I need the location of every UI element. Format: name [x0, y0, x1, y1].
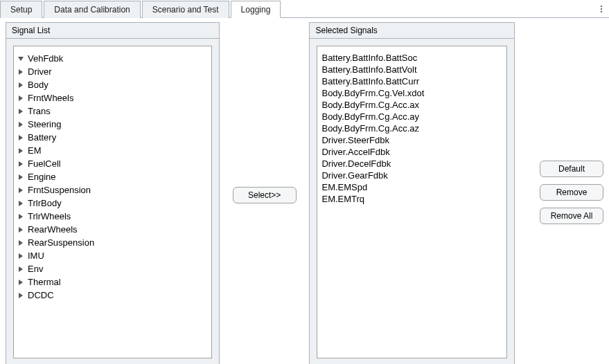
tab-label: Setup: [10, 5, 32, 15]
selected-signals-list: Battery.BattInfo.BattSocBattery.BattInfo…: [321, 52, 502, 205]
chevron-right-icon[interactable]: [18, 122, 24, 127]
chevron-right-icon[interactable]: [18, 293, 24, 298]
tree-node-label: RearWheels: [28, 224, 78, 235]
list-item[interactable]: Driver.SteerFdbk: [321, 134, 502, 146]
tab-bar-actions: [594, 0, 609, 17]
tree-node[interactable]: RearSuspension: [18, 236, 207, 249]
tree-node-label: Battery: [28, 132, 56, 143]
signal-list-panel: Signal List VehFdbk DriverBodyFrntWheels…: [6, 22, 220, 364]
tree-node[interactable]: RearWheels: [18, 223, 207, 236]
tree-node[interactable]: Env: [18, 262, 207, 275]
list-item[interactable]: Body.BdyFrm.Cg.Acc.ay: [321, 111, 502, 122]
tree-node[interactable]: FuelCell: [18, 157, 207, 170]
tree-node-label: Thermal: [28, 277, 61, 287]
tree-node[interactable]: Trans: [18, 104, 207, 118]
tree-node[interactable]: Body: [18, 78, 207, 91]
chevron-right-icon[interactable]: [18, 227, 24, 233]
kebab-menu-icon[interactable]: [598, 6, 605, 12]
button-label: Select>>: [248, 190, 281, 200]
tab-setup[interactable]: Setup: [0, 1, 42, 18]
list-item[interactable]: EM.EMSpd: [321, 181, 502, 193]
remove-button[interactable]: Remove: [540, 184, 603, 201]
chevron-right-icon[interactable]: [18, 109, 24, 114]
tree-node[interactable]: Battery: [18, 131, 207, 144]
select-button[interactable]: Select>>: [233, 187, 297, 203]
list-item[interactable]: Driver.GearFdbk: [321, 170, 502, 181]
chevron-down-icon[interactable]: [18, 56, 24, 62]
action-column: Default Remove Remove All: [520, 22, 603, 224]
tree-node-label: EM: [28, 145, 42, 156]
remove-all-button[interactable]: Remove All: [540, 208, 603, 224]
tree-node[interactable]: DCDC: [18, 289, 207, 302]
tree-node[interactable]: TrlrWheels: [18, 210, 207, 223]
tree-node[interactable]: FrntWheels: [18, 91, 207, 104]
chevron-right-icon[interactable]: [18, 174, 24, 180]
tab-data-and-calibration[interactable]: Data and Calibration: [44, 1, 140, 18]
list-item[interactable]: Body.BdyFrm.Cg.Vel.xdot: [321, 87, 502, 99]
tree-node-label: Env: [28, 264, 43, 274]
chevron-right-icon[interactable]: [18, 82, 24, 88]
tree-node[interactable]: EM: [18, 144, 207, 157]
signal-list-title: Signal List: [6, 23, 219, 39]
list-item[interactable]: Driver.DecelFdbk: [321, 158, 502, 170]
chevron-right-icon[interactable]: [18, 188, 24, 193]
chevron-right-icon[interactable]: [18, 253, 24, 259]
list-item[interactable]: Driver.AccelFdbk: [321, 146, 502, 158]
tree-node-label: IMU: [28, 251, 44, 261]
tree-node-label: VehFdbk: [28, 53, 63, 64]
tree-node-label: FrntWheels: [28, 93, 73, 103]
signal-tree: VehFdbk DriverBodyFrntWheelsTransSteerin…: [18, 52, 207, 302]
chevron-right-icon[interactable]: [18, 280, 24, 285]
tree-node-label: DCDC: [28, 290, 54, 300]
tree-node-label: Body: [28, 80, 48, 90]
button-label: Default: [558, 164, 585, 174]
list-item[interactable]: Battery.BattInfo.BattVolt: [321, 64, 502, 75]
tab-scenario-and-test[interactable]: Scenario and Test: [142, 1, 229, 18]
chevron-right-icon[interactable]: [18, 201, 24, 206]
list-item[interactable]: Battery.BattInfo.BattSoc: [321, 52, 502, 64]
tree-node[interactable]: Steering: [18, 118, 207, 131]
tab-label: Data and Calibration: [54, 5, 130, 15]
transfer-column: Select>>: [220, 22, 310, 203]
tree-node-label: FrntSuspension: [28, 185, 91, 195]
selected-signals-title: Selected Signals: [310, 23, 514, 39]
list-item[interactable]: Battery.BattInfo.BattCurr: [321, 75, 502, 87]
tree-node-label: FuelCell: [28, 158, 61, 169]
tree-node-label: Trans: [28, 106, 51, 116]
default-button[interactable]: Default: [540, 161, 603, 177]
tree-node-label: TrlrWheels: [28, 211, 71, 221]
tab-label: Logging: [241, 5, 271, 15]
tree-node[interactable]: IMU: [18, 249, 207, 262]
tab-logging[interactable]: Logging: [231, 1, 281, 18]
tree-node[interactable]: Engine: [18, 170, 207, 183]
signal-list-body[interactable]: VehFdbk DriverBodyFrntWheelsTransSteerin…: [13, 46, 212, 358]
tree-children: DriverBodyFrntWheelsTransSteeringBattery…: [18, 65, 207, 302]
tree-node[interactable]: TrlrBody: [18, 197, 207, 210]
tree-node[interactable]: FrntSuspension: [18, 183, 207, 197]
tree-node-label: Steering: [28, 119, 61, 129]
chevron-right-icon[interactable]: [18, 240, 24, 246]
list-item[interactable]: EM.EMTrq: [321, 193, 502, 205]
list-item[interactable]: Body.BdyFrm.Cg.Acc.ax: [321, 99, 502, 111]
chevron-right-icon[interactable]: [18, 266, 24, 272]
tree-node-label: Driver: [28, 66, 52, 77]
selected-signals-body[interactable]: Battery.BattInfo.BattSocBattery.BattInfo…: [317, 46, 507, 358]
selected-signals-panel: Selected Signals Battery.BattInfo.BattSo…: [309, 22, 515, 364]
chevron-right-icon[interactable]: [18, 161, 24, 167]
chevron-right-icon[interactable]: [18, 95, 24, 101]
chevron-right-icon[interactable]: [18, 214, 24, 219]
list-item[interactable]: Body.BdyFrm.Cg.Acc.az: [321, 122, 502, 134]
tree-node-vehfdbk[interactable]: VehFdbk: [18, 52, 207, 65]
tab-bar: Setup Data and Calibration Scenario and …: [0, 0, 609, 18]
tree-node-label: TrlrBody: [28, 198, 62, 208]
chevron-right-icon[interactable]: [18, 135, 24, 140]
chevron-right-icon[interactable]: [18, 148, 24, 154]
tree-node-label: RearSuspension: [28, 237, 94, 248]
tab-label: Scenario and Test: [152, 5, 219, 15]
tree-node[interactable]: Thermal: [18, 275, 207, 289]
button-label: Remove All: [551, 211, 593, 221]
tree-node[interactable]: Driver: [18, 65, 207, 78]
logging-content: Signal List VehFdbk DriverBodyFrntWheels…: [0, 18, 609, 364]
chevron-right-icon[interactable]: [18, 69, 24, 75]
button-label: Remove: [556, 188, 588, 197]
